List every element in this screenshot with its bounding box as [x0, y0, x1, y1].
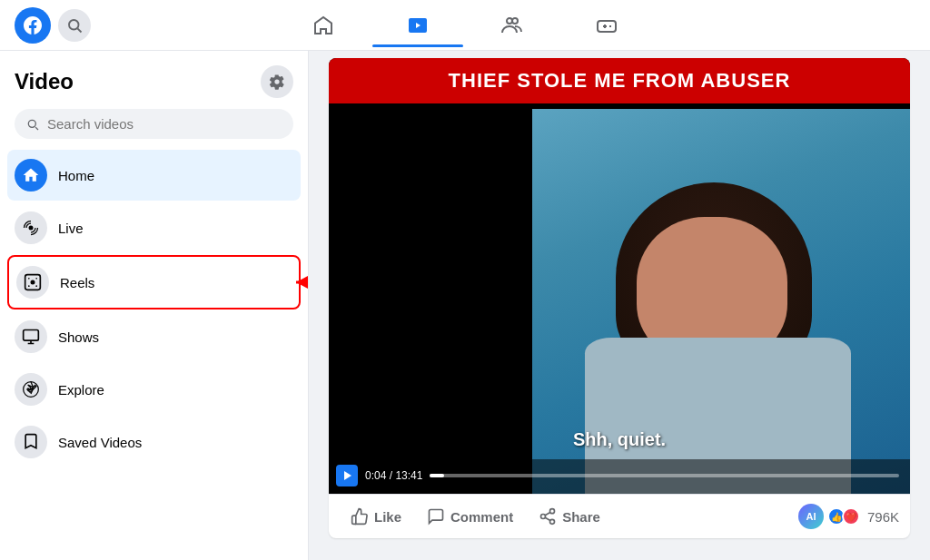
facebook-logo: [15, 7, 51, 44]
svg-point-8: [28, 278, 30, 280]
comment-icon: [427, 507, 445, 526]
settings-button[interactable]: [261, 65, 293, 98]
reaction-icons: 👍 ❤️: [831, 507, 860, 526]
shows-icon: [15, 320, 47, 353]
arrow-diagonal-icon: [301, 201, 309, 282]
reels-row-container: Reels: [7, 255, 301, 309]
progress-bar-area[interactable]: 0:04 / 13:41: [329, 459, 910, 494]
like-button[interactable]: Like: [340, 500, 412, 533]
sidebar-item-live[interactable]: Live: [7, 202, 301, 253]
sidebar-item-reels[interactable]: Reels: [7, 255, 301, 309]
content-area: THIEF STOLE ME FROM ABUSER LOVEBUSTER: [309, 51, 930, 560]
sidebar-item-shows-label: Shows: [58, 329, 99, 345]
live-icon: [15, 211, 47, 244]
video-title-bar: THIEF STOLE ME FROM ABUSER: [329, 58, 910, 103]
explore-icon: [15, 373, 47, 406]
video-actions: Like Comment Share AI 👍 ❤️ 796K: [329, 494, 910, 538]
video-card: THIEF STOLE ME FROM ABUSER LOVEBUSTER: [329, 58, 910, 538]
svg-point-7: [31, 280, 35, 285]
svg-point-17: [541, 515, 546, 519]
svg-point-11: [35, 285, 37, 287]
nav-video-button[interactable]: [372, 4, 463, 47]
reaction-count: 796K: [867, 509, 899, 525]
main-layout: Video Home Live: [0, 51, 930, 560]
like-icon: [351, 507, 369, 526]
search-button[interactable]: [58, 9, 91, 42]
progress-fill: [430, 474, 443, 477]
svg-point-16: [550, 509, 555, 514]
subtitle-text: Shh, quiet.: [573, 429, 666, 449]
sidebar-item-home[interactable]: Home: [7, 150, 301, 201]
sidebar-item-shows[interactable]: Shows: [7, 311, 301, 362]
svg-point-5: [29, 226, 34, 231]
search-input[interactable]: [47, 116, 282, 132]
svg-point-10: [28, 285, 30, 287]
sidebar-item-explore[interactable]: Explore: [7, 364, 301, 415]
love-reaction-icon: ❤️: [842, 507, 860, 526]
sidebar-item-home-label: Home: [58, 168, 94, 183]
nav-home-button[interactable]: [278, 4, 369, 47]
svg-line-19: [545, 517, 550, 520]
sidebar-item-saved[interactable]: Saved Videos: [7, 417, 301, 467]
sidebar-item-explore-label: Explore: [58, 382, 104, 398]
svg-point-9: [35, 278, 37, 280]
video-title: THIEF STOLE ME FROM ABUSER: [449, 69, 791, 92]
svg-point-18: [550, 519, 555, 524]
sidebar-header: Video: [7, 65, 301, 109]
sidebar: Video Home Live: [0, 51, 309, 560]
nav-left: [15, 7, 196, 44]
play-button[interactable]: [336, 465, 358, 486]
sidebar-item-live-label: Live: [58, 221, 84, 236]
ai-icon: AI: [798, 504, 824, 529]
video-time: 0:04 / 13:41: [365, 469, 422, 482]
svg-point-0: [69, 20, 79, 30]
actions-right: AI 👍 ❤️ 796K: [798, 504, 899, 529]
sidebar-item-reels-label: Reels: [60, 275, 94, 290]
video-thumbnail[interactable]: THIEF STOLE ME FROM ABUSER LOVEBUSTER: [329, 58, 910, 494]
saved-icon: [15, 426, 47, 458]
svg-point-3: [512, 18, 518, 24]
comment-button[interactable]: Comment: [416, 500, 524, 533]
sidebar-title: Video: [15, 69, 74, 94]
nav-center: [196, 4, 734, 47]
progress-track[interactable]: [430, 474, 899, 477]
sidebar-item-saved-label: Saved Videos: [58, 435, 142, 450]
search-bar[interactable]: [15, 109, 293, 139]
svg-rect-15: [24, 330, 39, 341]
nav-gaming-button[interactable]: [561, 4, 652, 47]
share-label: Share: [562, 509, 600, 525]
nav-friends-button[interactable]: [467, 4, 558, 47]
comment-label: Comment: [450, 509, 513, 525]
like-label: Like: [374, 509, 401, 525]
top-nav: [0, 0, 930, 51]
reels-icon: [16, 266, 49, 299]
share-button[interactable]: Share: [528, 500, 611, 533]
svg-line-1: [77, 28, 81, 32]
home-icon: [15, 159, 47, 192]
subtitle-bar: Shh, quiet.: [329, 429, 910, 450]
svg-line-20: [545, 512, 550, 515]
share-icon: [539, 507, 557, 526]
